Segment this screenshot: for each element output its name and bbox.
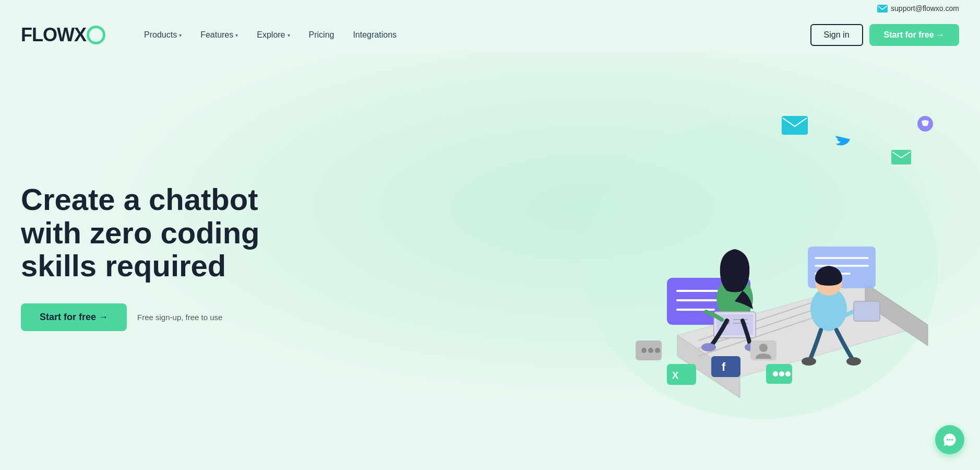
svg-point-46 xyxy=(947,439,949,441)
svg-point-45 xyxy=(785,371,791,377)
svg-point-38 xyxy=(648,348,653,353)
logo-circle xyxy=(87,26,105,44)
email-icon xyxy=(877,5,888,13)
svg-point-43 xyxy=(773,371,778,377)
start-free-button-hero[interactable]: Start for free → xyxy=(21,303,127,331)
hero-illustration: f X xyxy=(292,74,959,440)
svg-text:X: X xyxy=(672,370,678,381)
nav-products[interactable]: Products ▾ xyxy=(137,26,189,44)
svg-point-47 xyxy=(949,439,951,441)
top-bar: support@flowxo.com xyxy=(0,0,980,17)
svg-point-27 xyxy=(802,357,816,366)
svg-rect-29 xyxy=(782,116,808,135)
nav-links: Products ▾ Features ▾ Explore ▾ Pricing … xyxy=(137,26,810,44)
chevron-down-icon: ▾ xyxy=(288,32,290,38)
svg-rect-34 xyxy=(667,364,696,385)
svg-point-44 xyxy=(779,371,784,377)
nav-explore[interactable]: Explore ▾ xyxy=(249,26,297,44)
svg-rect-26 xyxy=(854,301,880,321)
chevron-down-icon: ▾ xyxy=(235,32,238,38)
logo[interactable]: FLOWX xyxy=(21,24,105,46)
nav-actions: Sign in Start for free → xyxy=(810,24,959,46)
svg-point-1 xyxy=(583,116,938,419)
svg-rect-30 xyxy=(891,150,911,164)
hero-note: Free sign-up, free to use xyxy=(137,313,222,322)
svg-point-28 xyxy=(846,357,861,366)
hero-left: Create a chatbot with zero coding skills… xyxy=(21,183,292,331)
svg-point-48 xyxy=(951,439,953,441)
svg-rect-0 xyxy=(877,5,888,13)
chat-float-button[interactable] xyxy=(935,425,964,454)
svg-point-22 xyxy=(701,343,716,351)
support-email[interactable]: support@flowxo.com xyxy=(891,4,959,13)
logo-text: FLOWX xyxy=(21,24,86,46)
svg-point-39 xyxy=(655,348,660,353)
navbar: FLOWX Products ▾ Features ▾ Explore ▾ Pr… xyxy=(0,17,980,53)
hero-headline: Create a chatbot with zero coding skills… xyxy=(21,183,292,283)
hero-section: Create a chatbot with zero coding skills… xyxy=(0,53,980,440)
signin-button[interactable]: Sign in xyxy=(810,24,863,46)
svg-rect-32 xyxy=(711,356,740,377)
support-email-container: support@flowxo.com xyxy=(877,4,959,13)
svg-text:f: f xyxy=(722,360,726,373)
nav-integrations[interactable]: Integrations xyxy=(345,26,404,44)
nav-features[interactable]: Features ▾ xyxy=(193,26,245,44)
hero-cta: Start for free → Free sign-up, free to u… xyxy=(21,303,292,331)
svg-point-41 xyxy=(759,344,768,352)
hero-svg: f X xyxy=(510,74,980,440)
nav-pricing[interactable]: Pricing xyxy=(302,26,342,44)
start-free-button-nav[interactable]: Start for free → xyxy=(869,24,959,46)
svg-point-37 xyxy=(641,348,647,353)
chevron-down-icon: ▾ xyxy=(179,32,182,38)
